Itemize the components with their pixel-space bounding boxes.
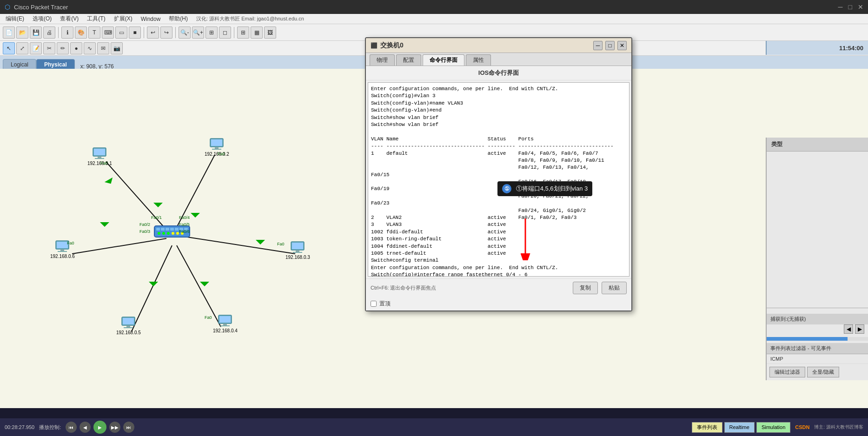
- toggle-btn[interactable]: 全显/隐藏: [807, 367, 839, 377]
- menu-extend[interactable]: 扩展(X): [110, 14, 136, 24]
- filter-btn[interactable]: 编辑过滤器: [769, 367, 805, 377]
- bottom-bar: 00:28:27.950 播放控制: ⏮ ◀ ▶ ▶▶ ⏭ 事件列表 Realt…: [0, 418, 868, 436]
- rect2-btn[interactable]: ■: [129, 26, 141, 39]
- note-tool[interactable]: 📝: [30, 42, 42, 54]
- dialog-tab-properties[interactable]: 属性: [466, 54, 491, 66]
- cmd-btn[interactable]: ⌨: [102, 26, 114, 39]
- svg-rect-30: [296, 250, 299, 252]
- right-panel-section: [767, 152, 868, 159]
- paste-btn[interactable]: 粘贴: [602, 282, 627, 294]
- menu-bar: 编辑(E) 选项(O) 查看(V) 工具(T) 扩展(X) Window 帮助(…: [0, 14, 868, 24]
- pc3-icon: [289, 241, 306, 254]
- csdn-logo: CSDN: [795, 424, 809, 430]
- pc5-device[interactable]: 192.168.0.5: [116, 316, 141, 335]
- svg-rect-31: [293, 252, 302, 253]
- camera-tool[interactable]: 📷: [111, 42, 123, 54]
- btn-prev[interactable]: ⏮: [66, 422, 77, 433]
- zoom-in-btn[interactable]: 🔍+: [192, 26, 204, 39]
- tooltip-annotation: ① ①将端口4,5,6划归到vlan 3: [497, 181, 592, 196]
- prev-btn[interactable]: ◀: [844, 324, 853, 334]
- move-tool[interactable]: ⤢: [16, 42, 28, 54]
- simulation-btn[interactable]: Simulation: [756, 422, 790, 433]
- zoom-fit-btn[interactable]: ⊞: [205, 26, 218, 39]
- sep1: [58, 27, 59, 38]
- close-btn[interactable]: ✕: [858, 3, 863, 11]
- dialog-tab-cli[interactable]: 命令行界面: [423, 54, 464, 66]
- btn-fwd[interactable]: ▶▶: [109, 422, 120, 433]
- menu-view[interactable]: 查看(V): [56, 14, 82, 24]
- text-btn[interactable]: T: [88, 26, 100, 39]
- svg-rect-41: [57, 242, 68, 248]
- grid-btn[interactable]: ⊞: [237, 26, 249, 39]
- rect-btn[interactable]: ▭: [115, 26, 127, 39]
- pc2-icon: [208, 138, 225, 151]
- dialog-tab-config[interactable]: 配置: [396, 54, 421, 66]
- minimize-btn[interactable]: ─: [838, 3, 843, 11]
- menu-extra: 汉化: 源科大教书匠 Email: jgao1@hnust.edu.cn: [192, 14, 308, 23]
- copy-btn[interactable]: 复制: [573, 282, 598, 294]
- pc4-device[interactable]: 192.168.0.4 Fa0: [213, 314, 238, 333]
- zoom-out-btn[interactable]: 🔍-: [179, 26, 191, 39]
- console-area[interactable]: Enter configuration commands, one per li…: [368, 82, 629, 277]
- pc2-device[interactable]: 192.168.0.2 Fa0: [205, 138, 229, 157]
- right-panel-header: 类型: [767, 138, 868, 152]
- info-btn[interactable]: ℹ: [61, 26, 73, 39]
- event-list-btn[interactable]: 事件列表: [692, 422, 722, 433]
- tab-physical[interactable]: Physical: [36, 59, 75, 70]
- open-btn[interactable]: 📂: [16, 26, 28, 39]
- sep2: [144, 27, 144, 38]
- dialog-titlebar: ⬛ 交换机0 ─ □ ✕: [366, 38, 631, 53]
- email-tool[interactable]: ✉: [97, 42, 109, 54]
- btn-play[interactable]: ▶: [93, 421, 106, 434]
- dialog-close-btn[interactable]: ✕: [617, 41, 627, 50]
- pc1-device[interactable]: 192.168.0.1 Fa0: [87, 147, 112, 166]
- new-btn[interactable]: 📄: [3, 26, 15, 39]
- realtime-btn[interactable]: Realtime: [724, 422, 755, 433]
- annotation-number: ①: [502, 184, 511, 193]
- menu-options[interactable]: 选项(O): [29, 14, 55, 24]
- oval-tool[interactable]: ●: [70, 42, 82, 54]
- print-btn[interactable]: 🖨: [43, 26, 55, 39]
- svg-marker-45: [153, 203, 163, 207]
- draw-tool[interactable]: ✏: [57, 42, 69, 54]
- undo-btn[interactable]: ↩: [147, 26, 159, 39]
- redo-btn[interactable]: ↪: [160, 26, 172, 39]
- menu-tools[interactable]: 工具(T): [83, 14, 109, 24]
- pin-checkbox[interactable]: [371, 301, 377, 307]
- pc6-label: 192.168.0.6: [50, 254, 75, 259]
- dialog-tab-physical[interactable]: 物理: [370, 54, 395, 66]
- pc6-device[interactable]: 192.168.0.6 Fa0: [50, 240, 75, 259]
- next-btn[interactable]: ▶: [855, 324, 864, 334]
- svg-rect-37: [123, 318, 134, 324]
- svg-rect-22: [98, 156, 101, 158]
- btn-next[interactable]: ⏭: [123, 422, 134, 433]
- delete-tool[interactable]: ✂: [43, 42, 55, 54]
- svg-rect-9: [166, 228, 169, 231]
- menu-help[interactable]: 帮助(H): [165, 14, 192, 24]
- port-fa03: Fa0/3: [139, 229, 150, 234]
- switch-device[interactable]: Fa0/1 Fa0/2 Fa0/3 Fa0/4 Fa0/5 Fa0/6: [153, 222, 191, 241]
- menu-window[interactable]: Window: [137, 15, 165, 23]
- img-btn[interactable]: 🖼: [264, 26, 276, 39]
- dialog-maximize-btn[interactable]: □: [605, 41, 615, 50]
- maximize-btn[interactable]: □: [848, 3, 852, 11]
- btn-back[interactable]: ◀: [80, 422, 91, 433]
- svg-rect-27: [212, 149, 221, 150]
- menu-edit[interactable]: 编辑(E): [2, 14, 28, 24]
- pc3-device[interactable]: 192.168.0.3 Fa0: [285, 241, 310, 260]
- layout-btn[interactable]: ▦: [251, 26, 263, 39]
- cable-tool[interactable]: ∿: [84, 42, 96, 54]
- checkbox-row: 置顶: [366, 297, 631, 310]
- zoom-reset-btn[interactable]: ◻: [219, 26, 231, 39]
- save-btn[interactable]: 💾: [30, 26, 42, 39]
- dialog-minimize-btn[interactable]: ─: [593, 41, 603, 50]
- svg-marker-49: [149, 282, 158, 286]
- tab-logical[interactable]: Logical: [3, 59, 36, 70]
- svg-point-16: [167, 232, 170, 235]
- select-tool[interactable]: ↖: [3, 42, 15, 54]
- pc6-port: Fa0: [67, 241, 74, 245]
- progress-bar-fill: [767, 337, 848, 341]
- svg-rect-11: [175, 228, 179, 231]
- svg-marker-48: [200, 282, 209, 286]
- palette-btn[interactable]: 🎨: [75, 26, 87, 39]
